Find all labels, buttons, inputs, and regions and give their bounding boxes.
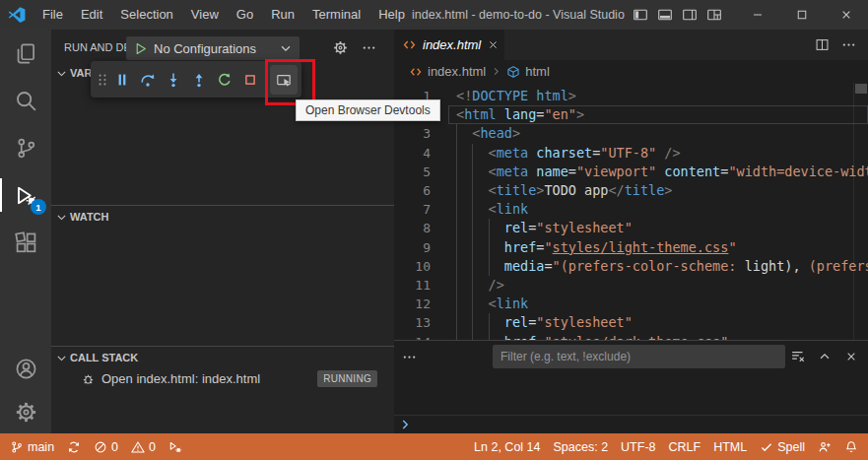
menu-view[interactable]: View <box>182 0 228 30</box>
status-sync[interactable] <box>67 440 81 454</box>
line-number[interactable]: 7 <box>394 200 431 219</box>
line-number[interactable]: 5 <box>394 163 431 181</box>
breadcrumb: index.html html <box>394 60 868 83</box>
menu-go[interactable]: Go <box>228 0 262 30</box>
code-line-7[interactable]: 7 <link <box>394 200 868 219</box>
menu-edit[interactable]: Edit <box>72 0 111 30</box>
activity-settings[interactable] <box>0 390 51 433</box>
status-bar: main00 Ln 2, Col 14Spaces: 2UTF-8CRLFHTM… <box>0 433 868 460</box>
split-editor-button[interactable] <box>815 37 830 52</box>
code-line-12[interactable]: 12 <link <box>394 295 868 313</box>
code-line-10[interactable]: 10 media="(prefers-color-scheme: light),… <box>394 257 868 276</box>
code-line-1[interactable]: 1<!DOCTYPE html> <box>394 87 868 105</box>
activity-explorer[interactable] <box>0 30 51 77</box>
panel-more-actions-button[interactable] <box>402 350 417 364</box>
activity-source-control[interactable] <box>0 124 51 171</box>
line-number[interactable]: 9 <box>394 238 431 257</box>
bell-icon <box>844 440 858 454</box>
html-file-icon <box>409 65 423 79</box>
line-number[interactable]: 10 <box>394 257 431 276</box>
editor-scrollbar[interactable] <box>853 83 868 340</box>
code-line-content: <meta name="viewport" content="width=dev… <box>456 163 868 181</box>
status-spell-label: Spell <box>777 440 805 454</box>
line-number[interactable]: 14 <box>394 333 431 340</box>
menu-help[interactable]: Help <box>369 0 414 30</box>
menu-terminal[interactable]: Terminal <box>303 0 369 30</box>
tab-close-icon[interactable] <box>487 38 500 51</box>
layout-sidebar-left-icon[interactable] <box>633 7 648 23</box>
status-feedback[interactable] <box>818 440 832 454</box>
line-number[interactable]: 13 <box>394 313 431 332</box>
tab-bar: index.html <box>394 30 868 60</box>
debug-views-more-button[interactable] <box>362 40 376 55</box>
status-warnings[interactable]: 0 <box>131 440 156 454</box>
drag-handle-button[interactable] <box>95 65 109 95</box>
status-notifications[interactable] <box>844 440 858 454</box>
window-title: index.html - demo-to-do - Visual Studio … <box>412 0 627 30</box>
status-errors[interactable]: 0 <box>94 440 118 454</box>
status-debug-console[interactable] <box>168 440 182 454</box>
code-editor[interactable]: 1<!DOCTYPE html>2<html lang="en">3 <head… <box>394 83 868 340</box>
line-number[interactable]: 6 <box>394 181 431 200</box>
minimize-button[interactable] <box>735 0 779 30</box>
code-line-2[interactable]: 2<html lang="en"> <box>394 105 868 124</box>
code-line-5[interactable]: 5 <meta name="viewport" content="width=d… <box>394 163 868 181</box>
step-out-button[interactable] <box>186 65 212 95</box>
line-number[interactable]: 8 <box>394 219 431 237</box>
close-button[interactable] <box>824 0 868 30</box>
maximize-button[interactable] <box>779 0 824 30</box>
code-line-8[interactable]: 8 rel="stylesheet" <box>394 219 868 237</box>
code-line-6[interactable]: 6 <title>TODO app</title> <box>394 181 868 200</box>
code-line-14[interactable]: 14 href="styles/dark-theme.css" <box>394 333 868 340</box>
clear-console-button[interactable] <box>790 349 805 363</box>
status-encoding[interactable]: UTF-8 <box>621 440 655 454</box>
step-over-button[interactable] <box>135 65 161 95</box>
line-number[interactable]: 4 <box>394 144 431 163</box>
status-branch[interactable]: main <box>10 440 54 454</box>
code-line-4[interactable]: 4 <meta charset="UTF-8" /> <box>394 144 868 163</box>
section-call-stack[interactable]: CALL STACK <box>51 347 394 368</box>
stop-button[interactable] <box>237 65 263 95</box>
call-stack-session[interactable]: Open index.html: index.html RUNNING <box>51 367 394 389</box>
console-filter-input[interactable] <box>493 345 785 368</box>
menu-file[interactable]: File <box>33 0 72 30</box>
line-number[interactable]: 11 <box>394 276 431 295</box>
debug-config-dropdown[interactable]: No Configurations <box>126 36 300 60</box>
status-indentation[interactable]: Spaces: 2 <box>554 440 609 454</box>
layout-panel-icon[interactable] <box>657 7 673 23</box>
scrollbar-slider[interactable] <box>855 84 867 94</box>
code-line-11[interactable]: 11 /> <box>394 276 868 295</box>
debug-settings-gear-button[interactable] <box>333 40 348 55</box>
step-into-button[interactable] <box>161 65 186 95</box>
open-browser-devtools-button[interactable] <box>270 65 298 95</box>
status-cursor-position[interactable]: Ln 2, Col 14 <box>474 440 540 454</box>
layout-sidebar-right-icon[interactable] <box>682 7 698 23</box>
line-number[interactable]: 3 <box>394 124 431 143</box>
activity-run-and-debug[interactable]: 1 <box>0 171 51 219</box>
layout-grid-icon[interactable] <box>706 7 722 23</box>
code-line-13[interactable]: 13 rel="stylesheet" <box>394 313 868 332</box>
breadcrumb-symbol[interactable]: html <box>525 64 550 79</box>
editor-more-actions-button[interactable] <box>841 37 856 52</box>
section-watch[interactable]: WATCH <box>51 206 394 228</box>
breadcrumb-file[interactable]: index.html <box>428 64 486 79</box>
code-line-3[interactable]: 3 <head> <box>394 124 868 143</box>
sync-icon <box>67 440 81 454</box>
pause-button[interactable] <box>109 65 135 95</box>
restart-button[interactable] <box>212 65 237 95</box>
git-branch-icon <box>10 440 24 454</box>
panel-collapse-button[interactable] <box>818 350 832 363</box>
code-line-9[interactable]: 9 href="styles/light-theme.css" <box>394 238 868 257</box>
menu-selection[interactable]: Selection <box>111 0 181 30</box>
menu-run[interactable]: Run <box>262 0 303 30</box>
status-language-mode[interactable]: HTML <box>713 440 747 454</box>
activity-search[interactable] <box>0 77 51 124</box>
console-input-row[interactable] <box>394 415 868 433</box>
status-spell[interactable]: Spell <box>760 440 805 454</box>
tab-index-html[interactable]: index.html <box>394 30 504 60</box>
status-eol[interactable]: CRLF <box>669 440 701 454</box>
panel-close-button[interactable] <box>844 350 858 363</box>
activity-extensions[interactable] <box>0 219 51 266</box>
activity-accounts[interactable] <box>0 347 51 390</box>
line-number[interactable]: 12 <box>394 295 431 313</box>
